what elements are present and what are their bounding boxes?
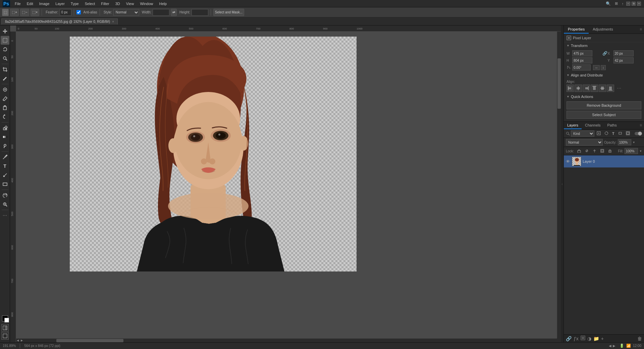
- flip-v-btn[interactable]: ↕: [601, 65, 606, 70]
- dodge-tool[interactable]: [1, 142, 9, 150]
- layer-item-0[interactable]: 👁 Layer 0: [564, 155, 644, 167]
- text-tool[interactable]: T: [1, 162, 9, 170]
- x-transform-input[interactable]: [613, 50, 634, 56]
- panel-collapse-handle[interactable]: ‹: [561, 26, 564, 342]
- add-layer-btn[interactable]: +: [601, 336, 604, 341]
- align-more-btn[interactable]: ···: [615, 85, 623, 92]
- lock-image-btn[interactable]: [584, 148, 590, 154]
- lasso-tool[interactable]: [1, 45, 9, 54]
- clone-tool[interactable]: [1, 103, 9, 112]
- menu-filter[interactable]: Filter: [98, 1, 112, 6]
- swap-dimensions-btn[interactable]: ⇄: [171, 9, 177, 16]
- minimize-btn[interactable]: −: [626, 2, 630, 6]
- marquee-tool[interactable]: [1, 36, 9, 45]
- doc-tab-close[interactable]: ×: [112, 20, 114, 23]
- filter-shape-btn[interactable]: [617, 131, 624, 137]
- add-adjustment-btn[interactable]: ◑: [587, 336, 591, 341]
- menu-file[interactable]: File: [12, 1, 23, 6]
- screen-mode-btn[interactable]: [1, 332, 9, 340]
- menu-view[interactable]: View: [123, 1, 137, 6]
- history-brush-tool[interactable]: [1, 112, 9, 121]
- fill-input[interactable]: [625, 148, 638, 154]
- tab-properties[interactable]: Properties: [564, 26, 589, 34]
- opacity-chevron[interactable]: ▼: [633, 141, 635, 144]
- blend-mode-select[interactable]: Normal Dissolve Multiply Screen Overlay: [566, 139, 603, 146]
- style-select[interactable]: Normal Fixed Ratio Fixed Size: [113, 9, 139, 16]
- quick-mask-btn[interactable]: [1, 324, 9, 332]
- layer-visibility-icon[interactable]: 👁: [566, 159, 571, 164]
- quick-actions-header[interactable]: ▼ Quick Actions: [564, 93, 644, 100]
- layers-kind-filter[interactable]: Kind Name Effect Mode Attribute Color Sm…: [571, 131, 594, 137]
- quick-select-tool[interactable]: [1, 54, 9, 63]
- height-input[interactable]: [192, 9, 208, 16]
- zoom-tool[interactable]: [1, 200, 9, 209]
- menu-help[interactable]: Help: [157, 1, 170, 6]
- add-group-btn[interactable]: 📁: [593, 336, 599, 341]
- filter-smart-btn[interactable]: [625, 131, 631, 137]
- tab-adjustments[interactable]: Adjustments: [589, 26, 617, 34]
- add-selection-btn[interactable]: ⬚+: [10, 9, 19, 16]
- panel-options-icon[interactable]: ≡: [638, 26, 644, 34]
- menu-image[interactable]: Image: [37, 1, 52, 6]
- subtract-selection-btn[interactable]: ⬚−: [20, 9, 29, 16]
- path-select-tool[interactable]: [1, 171, 9, 180]
- eraser-tool[interactable]: [1, 123, 9, 132]
- filter-adjustment-btn[interactable]: [603, 131, 610, 137]
- workspace-icon[interactable]: ⊞: [613, 1, 620, 6]
- add-linked-btn[interactable]: 🔗: [566, 336, 572, 341]
- prev-arrow[interactable]: ◀: [16, 339, 19, 342]
- intersect-selection-btn[interactable]: ⬚×: [31, 9, 39, 16]
- zoom-display[interactable]: 191.89%: [3, 344, 16, 348]
- tab-paths[interactable]: Paths: [604, 122, 620, 129]
- move-tool[interactable]: [1, 27, 9, 36]
- link-proportions-btn[interactable]: 🔗: [601, 51, 607, 56]
- align-right-edge-btn[interactable]: [583, 85, 590, 92]
- align-header[interactable]: ▼ Align and Distribute: [564, 72, 644, 79]
- horizontal-scrollbar[interactable]: [16, 338, 557, 342]
- healing-tool[interactable]: [1, 85, 9, 94]
- lock-transparent-btn[interactable]: [576, 148, 582, 154]
- nav-prev-btn[interactable]: ◀: [609, 344, 611, 348]
- width-input[interactable]: [153, 9, 169, 16]
- gradient-tool[interactable]: [1, 133, 9, 141]
- width-transform-input[interactable]: [572, 50, 592, 56]
- add-mask-btn[interactable]: [581, 336, 585, 341]
- fg-color[interactable]: [2, 315, 8, 321]
- new-selection-btn[interactable]: ⬚: [2, 9, 9, 16]
- add-layer-style-btn[interactable]: ƒx: [574, 336, 579, 341]
- share-icon[interactable]: ↑: [620, 1, 626, 6]
- tab-layers[interactable]: Layers: [564, 122, 582, 129]
- feather-input[interactable]: [60, 9, 71, 16]
- menu-3d[interactable]: 3D: [113, 1, 123, 6]
- filter-type-btn[interactable]: T: [611, 131, 616, 136]
- align-v-center-btn[interactable]: [599, 85, 606, 92]
- align-top-edge-btn[interactable]: [591, 85, 598, 92]
- transform-header[interactable]: ▼ Transform: [564, 42, 644, 49]
- y-transform-input[interactable]: [613, 57, 634, 63]
- menu-window[interactable]: Window: [137, 1, 156, 6]
- align-h-center-btn[interactable]: [575, 85, 582, 92]
- lock-position-btn[interactable]: [591, 148, 598, 154]
- antialias-checkbox[interactable]: [76, 10, 81, 14]
- opacity-input[interactable]: [618, 139, 631, 145]
- fill-chevron[interactable]: ▼: [639, 150, 642, 153]
- pen-tool[interactable]: [1, 153, 9, 161]
- delete-layer-btn[interactable]: 🗑: [637, 336, 642, 341]
- select-mask-btn[interactable]: Select and Mask...: [213, 9, 244, 16]
- menu-layer[interactable]: Layer: [53, 1, 67, 6]
- search-icon[interactable]: 🔍: [604, 1, 612, 7]
- hand-tool[interactable]: [1, 191, 9, 200]
- menu-edit[interactable]: Edit: [24, 1, 36, 6]
- menu-type[interactable]: Type: [68, 1, 82, 6]
- align-bottom-edge-btn[interactable]: [607, 85, 614, 92]
- menu-select[interactable]: Select: [82, 1, 98, 6]
- tab-channels[interactable]: Channels: [582, 122, 604, 129]
- height-transform-input[interactable]: [572, 57, 592, 63]
- restore-btn[interactable]: ⧉: [632, 2, 636, 6]
- next-arrow[interactable]: ▶: [20, 339, 23, 342]
- layers-panel-options[interactable]: ≡: [638, 122, 644, 129]
- more-tools-btn[interactable]: ···: [1, 211, 9, 220]
- document-tab[interactable]: 8a2b6385af57bbc85690fed48431d255.jpg @ 1…: [1, 18, 118, 24]
- lock-artboard-btn[interactable]: [599, 148, 605, 154]
- align-left-edge-btn[interactable]: [567, 85, 574, 92]
